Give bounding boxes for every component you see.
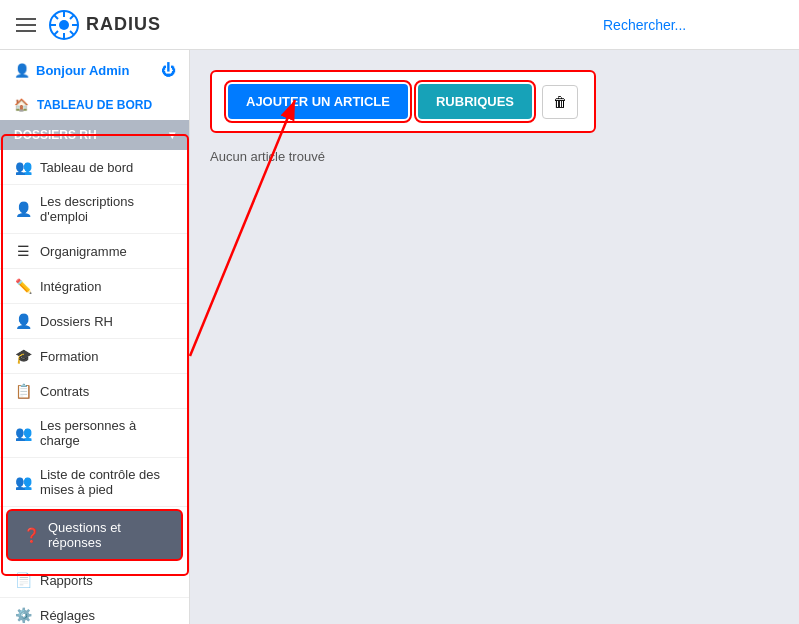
main-content: AJOUTER UN ARTICLE RUBRIQUES 🗑 Aucun art… [190, 50, 799, 624]
power-icon[interactable]: ⏻ [161, 62, 175, 78]
sidebar-item-reglages[interactable]: ⚙️ Réglages [0, 598, 189, 624]
main-content-area: AJOUTER UN ARTICLE RUBRIQUES 🗑 Aucun art… [190, 50, 799, 624]
sidebar-item-liste-mises-pied[interactable]: 👥 Liste de contrôle des mises à pied [0, 458, 189, 507]
formation-icon: 🎓 [14, 348, 32, 364]
sidebar-item-label: Réglages [40, 608, 95, 623]
layout: 👤 Bonjour Admin ⏻ 🏠 TABLEAU DE BORD DOSS… [0, 50, 799, 624]
sidebar-item-tableau-de-bord-sub[interactable]: 👥 Tableau de bord [0, 150, 189, 185]
sidebar: 👤 Bonjour Admin ⏻ 🏠 TABLEAU DE BORD DOSS… [0, 50, 190, 624]
sidebar-item-dossiers-rh[interactable]: 👤 Dossiers RH [0, 304, 189, 339]
reglages-icon: ⚙️ [14, 607, 32, 623]
svg-line-8 [70, 15, 74, 19]
home-icon: 🏠 [14, 98, 29, 112]
integration-icon: ✏️ [14, 278, 32, 294]
rubriques-button[interactable]: RUBRIQUES [418, 84, 532, 119]
add-article-button[interactable]: AJOUTER UN ARTICLE [228, 84, 408, 119]
logo-icon [48, 9, 80, 41]
sidebar-item-label: Contrats [40, 384, 89, 399]
sidebar-user: 👤 Bonjour Admin ⏻ [0, 50, 189, 90]
user-icon: 👤 [14, 63, 30, 78]
logo: RADIUS [48, 9, 161, 41]
sidebar-section-dossiers-rh[interactable]: DOSSIERS RH ▾ [0, 120, 189, 150]
sidebar-item-label: Rapports [40, 573, 93, 588]
descriptions-icon: 👤 [14, 201, 32, 217]
svg-line-6 [54, 15, 58, 19]
logo-text: RADIUS [86, 14, 161, 35]
navbar-search[interactable] [603, 17, 783, 33]
sidebar-item-label: Formation [40, 349, 99, 364]
sidebar-item-label: Liste de contrôle des mises à pied [40, 467, 175, 497]
svg-point-1 [59, 20, 69, 30]
sidebar-item-questions-reponses[interactable]: ❓ Questions et réponses [6, 509, 183, 561]
hamburger-menu[interactable] [16, 18, 36, 32]
sidebar-item-label: Dossiers RH [40, 314, 113, 329]
action-bar: AJOUTER UN ARTICLE RUBRIQUES 🗑 [210, 70, 596, 133]
sidebar-item-integration[interactable]: ✏️ Intégration [0, 269, 189, 304]
sidebar-item-rapports[interactable]: 📄 Rapports [0, 563, 189, 598]
svg-line-9 [54, 31, 58, 35]
dossiers-icon: 👤 [14, 313, 32, 329]
sidebar-item-personnes-charge[interactable]: 👥 Les personnes à charge [0, 409, 189, 458]
navbar-left: RADIUS [16, 9, 161, 41]
sidebar-item-tableau-de-bord[interactable]: 🏠 TABLEAU DE BORD [0, 90, 189, 120]
search-input[interactable] [603, 17, 783, 33]
tableau-bord-icon: 👥 [14, 159, 32, 175]
user-greeting: Bonjour Admin [36, 63, 129, 78]
empty-message: Aucun article trouvé [210, 149, 779, 164]
sidebar-item-label: Les personnes à charge [40, 418, 175, 448]
liste-icon: 👥 [14, 474, 32, 490]
sidebar-item-contrats[interactable]: 📋 Contrats [0, 374, 189, 409]
organigramme-icon: ☰ [14, 243, 32, 259]
sidebar-item-label: Organigramme [40, 244, 127, 259]
personnes-icon: 👥 [14, 425, 32, 441]
sidebar-item-descriptions-emploi[interactable]: 👤 Les descriptions d'emploi [0, 185, 189, 234]
sidebar-item-formation[interactable]: 🎓 Formation [0, 339, 189, 374]
sidebar-item-organigramme[interactable]: ☰ Organigramme [0, 234, 189, 269]
sidebar-item-label: Questions et réponses [48, 520, 167, 550]
rapports-icon: 📄 [14, 572, 32, 588]
dashboard-label: TABLEAU DE BORD [37, 98, 152, 112]
svg-line-7 [70, 31, 74, 35]
chevron-down-icon: ▾ [169, 128, 175, 142]
section-label: DOSSIERS RH [14, 128, 97, 142]
navbar: RADIUS [0, 0, 799, 50]
sidebar-item-label: Intégration [40, 279, 101, 294]
trash-button[interactable]: 🗑 [542, 85, 578, 119]
sidebar-item-label: Tableau de bord [40, 160, 133, 175]
sidebar-item-label: Les descriptions d'emploi [40, 194, 175, 224]
questions-icon: ❓ [22, 527, 40, 543]
contrats-icon: 📋 [14, 383, 32, 399]
